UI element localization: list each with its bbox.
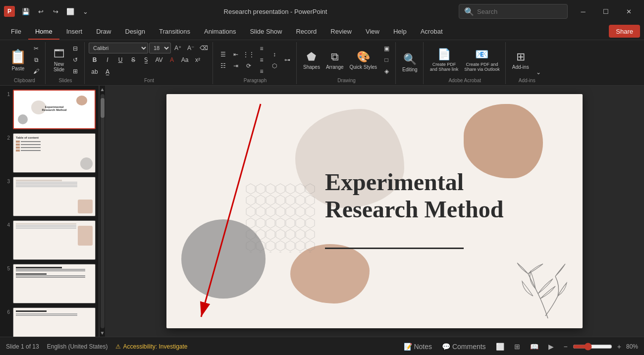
superscript-button[interactable]: x² [192, 54, 204, 65]
bullets-button[interactable]: ☰ [217, 49, 229, 60]
more-button[interactable]: ⌄ [78, 4, 92, 18]
increase-font-button[interactable]: A⁺ [172, 43, 184, 53]
slide-scrollbar[interactable]: ▲ ▼ [99, 86, 105, 337]
numbering-button[interactable]: ☷ [217, 60, 229, 71]
shape-effects-button[interactable]: ◈ [380, 66, 392, 77]
editing-button[interactable]: 🔍 Editing [400, 48, 420, 78]
scroll-thumb[interactable] [101, 98, 105, 118]
add-ins-button[interactable]: ⊞ Add-ins [510, 45, 532, 75]
slide-preview-6[interactable] [13, 307, 96, 337]
presentation-button[interactable]: ▶ [546, 342, 556, 352]
slide-thumb-5[interactable]: 5 [3, 264, 96, 304]
notes-button[interactable]: 📝 Notes [402, 342, 434, 352]
reading-view-button[interactable]: 📖 [528, 342, 540, 352]
slide-preview-1[interactable]: ExperimentalResearch Method [13, 90, 96, 129]
new-slide-button[interactable]: 🗔 New Slide [50, 45, 68, 75]
quick-styles-button[interactable]: 🎨 Quick Styles [347, 45, 380, 75]
font-family-select[interactable]: Calibri [89, 43, 148, 53]
comments-button[interactable]: 💬 Comments [440, 342, 488, 352]
shadow-button[interactable]: S̲ [140, 54, 152, 65]
normal-view-button[interactable]: ⬜ [494, 342, 506, 352]
columns-button[interactable]: ⋮⋮ [243, 49, 255, 60]
slide-panel[interactable]: 1 ExperimentalResearch Method 2 Table of… [0, 86, 99, 337]
smartart-button[interactable]: ⬡ [268, 60, 280, 71]
char-spacing-button[interactable]: AV [153, 54, 165, 65]
underline-button[interactable]: U [114, 54, 126, 65]
shape-fill-button[interactable]: ▣ [380, 43, 392, 54]
maximize-button[interactable]: ☐ [594, 3, 617, 19]
slide-preview-5[interactable] [13, 264, 96, 304]
tab-draw[interactable]: Draw [89, 24, 118, 40]
slide-thumb-1[interactable]: 1 ExperimentalResearch Method [3, 90, 96, 129]
redo-button[interactable]: ↪ [49, 4, 62, 18]
save-button[interactable]: 💾 [19, 4, 33, 18]
clear-format-button[interactable]: ⌫ [198, 43, 210, 53]
italic-button[interactable]: I [102, 54, 113, 65]
align-right-button[interactable]: ≡ [256, 66, 268, 77]
zoom-range-input[interactable] [573, 343, 612, 351]
slide-preview-2[interactable]: Table of content [13, 133, 96, 173]
tab-help[interactable]: Help [386, 24, 414, 40]
paste-button[interactable]: 📋 Paste [7, 45, 29, 75]
section-button[interactable]: ⊞ [69, 66, 81, 77]
slide-sorter-button[interactable]: ⊞ [512, 342, 522, 352]
cut-button[interactable]: ✂ [30, 43, 42, 54]
align-left-button[interactable]: ≡ [256, 43, 268, 54]
layout-button[interactable]: ⊟ [69, 43, 81, 54]
tab-record[interactable]: Record [289, 24, 323, 40]
create-pdf-outlook-button[interactable]: 📧 Create PDF and Share via Outlook [462, 45, 502, 75]
tab-view[interactable]: View [359, 24, 386, 40]
slide-preview-3[interactable] [13, 177, 96, 216]
slide-thumb-2[interactable]: 2 Table of content [3, 133, 96, 173]
arrange-button[interactable]: ⧉ Arrange [323, 45, 346, 75]
decrease-font-button[interactable]: A⁻ [185, 43, 197, 53]
reset-button[interactable]: ↺ [69, 54, 81, 65]
minimize-button[interactable]: ─ [572, 3, 594, 19]
tab-acrobat[interactable]: Acrobat [414, 24, 450, 40]
align-center-button[interactable]: ≡ [256, 54, 268, 65]
present-button[interactable]: ⬜ [63, 4, 77, 18]
slide-canvas[interactable]: Experimental Research Method [166, 94, 583, 328]
shapes-button[interactable]: ⬟ Shapes [301, 45, 322, 75]
format-painter-button[interactable]: 🖌 [30, 66, 42, 77]
tab-insert[interactable]: Insert [59, 24, 90, 40]
shape-outline-button[interactable]: □ [380, 54, 392, 65]
bold-button[interactable]: B [89, 54, 101, 65]
tab-transitions[interactable]: Transitions [152, 24, 197, 40]
accessibility-badge[interactable]: ⚠ Accessibility: Investigate [115, 343, 187, 350]
slide-thumb-3[interactable]: 3 [3, 177, 96, 216]
tab-review[interactable]: Review [323, 24, 359, 40]
highlight-button[interactable]: ab [89, 66, 101, 77]
tab-file[interactable]: File [4, 24, 28, 40]
tab-slideshow[interactable]: Slide Show [243, 24, 289, 40]
font-color-button[interactable]: A [166, 54, 178, 65]
scroll-down-button[interactable]: ▼ [100, 330, 105, 336]
slide-thumb-6[interactable]: 6 [3, 307, 96, 337]
increase-indent-button[interactable]: ⇥ [230, 60, 242, 71]
tab-home[interactable]: Home [28, 24, 59, 40]
undo-button[interactable]: ↩ [34, 4, 48, 18]
font-size-select[interactable]: 18 [149, 43, 171, 53]
line-spacing-button[interactable]: ↕ [268, 49, 280, 60]
share-button[interactable]: Share [609, 25, 640, 38]
close-button[interactable]: ✕ [617, 3, 640, 19]
create-pdf-share-link-button[interactable]: 📄 Create PDF and Share link [428, 45, 461, 75]
search-box[interactable]: 🔍 [459, 4, 568, 19]
slide-thumb-4[interactable]: 4 [3, 220, 96, 260]
text-case-button[interactable]: Aa [179, 54, 191, 65]
convert-button[interactable]: ⊶ [281, 54, 293, 65]
slide-canvas-area[interactable]: Experimental Research Method [105, 86, 644, 337]
text-direction-button[interactable]: ⟳ [243, 60, 255, 71]
expand-ribbon-button[interactable]: ⌄ [533, 67, 544, 78]
copy-button[interactable]: ⧉ [30, 54, 42, 65]
zoom-in-button[interactable]: + [615, 342, 623, 352]
font-color2-button[interactable]: A̲ [102, 66, 113, 77]
scroll-up-button[interactable]: ▲ [100, 87, 105, 92]
tab-design[interactable]: Design [118, 24, 152, 40]
decrease-indent-button[interactable]: ⇤ [230, 49, 242, 60]
zoom-out-button[interactable]: − [562, 342, 570, 352]
search-input[interactable] [477, 8, 556, 15]
tab-animations[interactable]: Animations [197, 24, 243, 40]
strikethrough-button[interactable]: S [127, 54, 139, 65]
slide-preview-4[interactable] [13, 220, 96, 260]
